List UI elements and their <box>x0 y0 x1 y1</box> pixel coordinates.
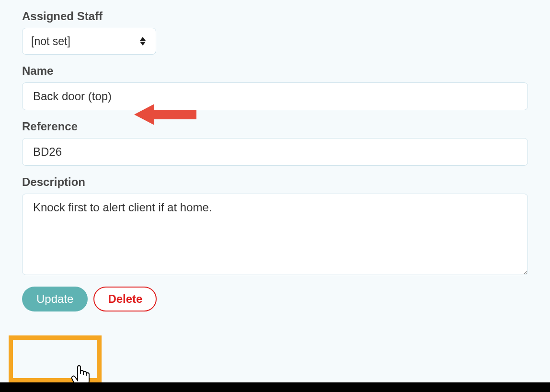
reference-label: Reference <box>22 120 528 133</box>
assigned-staff-group: Assigned Staff [not set] <box>22 10 528 55</box>
edit-form: Assigned Staff [not set] Name Reference … <box>0 0 550 311</box>
description-label: Description <box>22 175 528 189</box>
assigned-staff-select[interactable]: [not set] <box>22 28 156 55</box>
highlight-annotation <box>9 335 102 382</box>
name-group: Name <box>22 64 528 110</box>
button-row: Update Delete <box>22 287 528 311</box>
update-button[interactable]: Update <box>22 287 88 311</box>
name-input[interactable] <box>22 82 528 110</box>
assigned-staff-label: Assigned Staff <box>22 10 528 23</box>
name-label: Name <box>22 64 528 78</box>
assigned-staff-select-wrapper: [not set] <box>22 28 156 55</box>
reference-input[interactable] <box>22 138 528 166</box>
description-group: Description Knock first to alert client … <box>22 175 528 277</box>
bottom-bar <box>0 382 550 392</box>
delete-button[interactable]: Delete <box>93 287 157 311</box>
reference-group: Reference <box>22 120 528 166</box>
description-textarea[interactable]: Knock first to alert client if at home. <box>22 194 528 275</box>
